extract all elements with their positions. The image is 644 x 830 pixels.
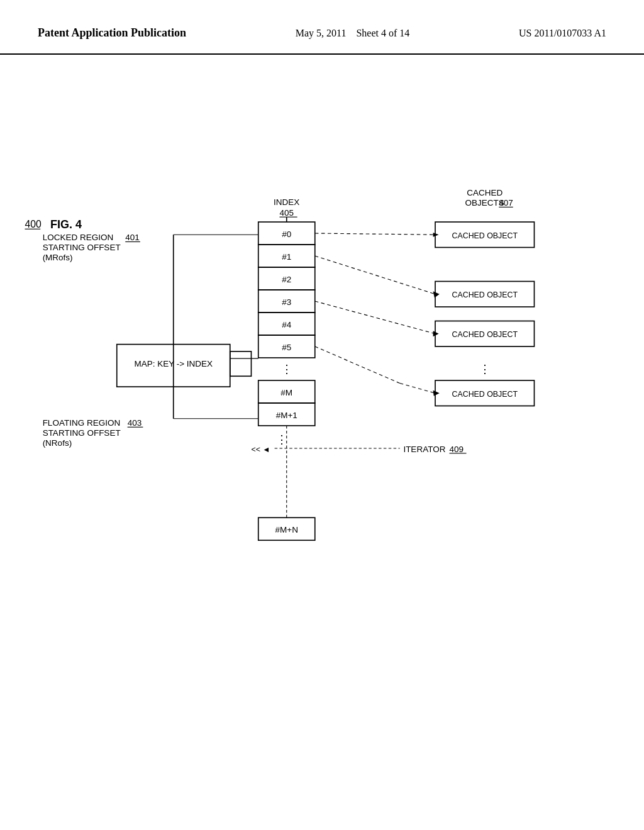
cached-object-label-4: CACHED OBJECT <box>452 390 518 399</box>
arrow-1-to-co2 <box>315 256 435 294</box>
arrow-3-to-co3 <box>315 301 435 334</box>
iterator-arrows: << ◄ <box>252 445 270 454</box>
arrow-5-to-co4 <box>315 346 400 384</box>
index-label-4: #4 <box>282 320 292 329</box>
diagram-area: FIG. 4 400 LOCKED REGION 401 STARTING OF… <box>0 55 644 778</box>
floating-region-label: FLOATING REGION <box>43 418 121 428</box>
index-label-m: #M <box>280 388 292 397</box>
cached-objects-label: CACHED <box>467 189 502 198</box>
iterator-label: ITERATOR <box>403 445 445 454</box>
arrowhead-5 <box>433 390 440 396</box>
index-label-mn: #M+N <box>275 525 298 534</box>
arrowhead-0 <box>433 233 439 237</box>
floating-starting-offset: STARTING OFFSET <box>43 428 121 438</box>
publication-title: Patent Application Publication <box>38 25 186 41</box>
index-label: INDEX <box>274 197 299 207</box>
arrowhead-3 <box>433 331 439 336</box>
publication-date: May 5, 2011 Sheet 4 of 14 <box>296 25 410 39</box>
floating-region-ref: 403 <box>128 418 142 428</box>
floating-nrofs: (NRofs) <box>43 438 72 448</box>
page-header: Patent Application Publication May 5, 20… <box>0 0 644 55</box>
index-label-5: #5 <box>282 343 291 352</box>
locked-mrofs: (MRofs) <box>43 253 73 262</box>
iterator-ref: 409 <box>450 445 464 454</box>
index-label-1: #1 <box>282 252 291 262</box>
locked-region-label: LOCKED REGION <box>43 233 114 242</box>
index-label-2: #2 <box>282 275 291 284</box>
locked-region-ref-num: 401 <box>125 233 140 242</box>
diagram-ref-400: 400 <box>25 219 42 230</box>
cached-object-label-1: CACHED OBJECT <box>452 231 518 240</box>
locked-starting-offset: STARTING OFFSET <box>43 243 121 252</box>
index-dots-1: ⋮ <box>281 363 292 375</box>
arrow-5-to-co4b <box>400 384 435 394</box>
index-label-0: #0 <box>282 230 291 239</box>
index-label-3: #3 <box>282 297 291 307</box>
patent-number: US 2011/0107033 A1 <box>519 25 606 39</box>
arrow-0-to-co1 <box>315 233 435 235</box>
index-dots-2: ⋮ <box>276 433 287 446</box>
index-label-m1: #M+1 <box>276 411 297 420</box>
index-ref: 405 <box>279 208 294 218</box>
cached-objects-ref: 407 <box>499 198 513 208</box>
cached-object-label-2: CACHED OBJECT <box>452 291 518 300</box>
map-connector-box <box>230 351 252 376</box>
arrowhead-1 <box>433 291 440 297</box>
cached-object-label-3: CACHED OBJECT <box>452 331 518 340</box>
figure-4-diagram: 400 LOCKED REGION 401 STARTING OFFSET (M… <box>0 143 644 709</box>
cached-dots: ⋮ <box>479 363 491 375</box>
